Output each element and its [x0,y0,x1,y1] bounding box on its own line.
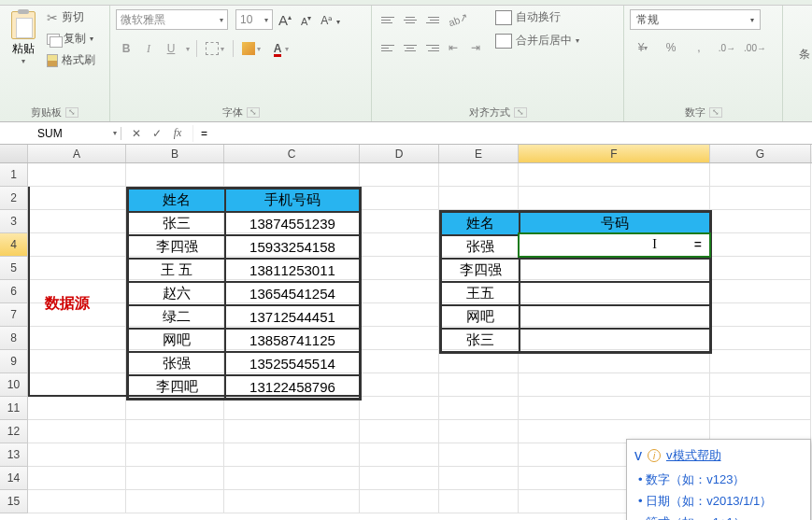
select-all-corner[interactable] [0,145,28,162]
cell-D12[interactable] [360,420,439,443]
table2-name-cell[interactable]: 李四强 [441,259,520,282]
cell-B12[interactable] [126,420,224,443]
border-button[interactable]: ▾ [201,38,229,59]
increase-font-button[interactable]: A▴ [275,9,295,31]
cell-D3[interactable] [360,210,439,233]
row-header[interactable]: 9 [0,350,28,373]
table2-name-cell[interactable]: 网吧 [441,305,520,329]
cell-C12[interactable] [224,420,360,443]
cell-D7[interactable] [360,303,439,327]
cell-E12[interactable] [439,420,519,443]
cell-E13[interactable] [439,443,519,467]
cell-A2[interactable] [28,187,126,210]
merge-center-button[interactable]: 合并后居中▾ [495,33,579,49]
table1-phone-cell[interactable]: 13122458796 [225,375,360,399]
col-header-A[interactable]: A [28,145,126,162]
cell-F2[interactable] [519,187,710,210]
cell-D2[interactable] [360,187,439,210]
cell-C1[interactable] [224,163,360,187]
col-header-E[interactable]: E [439,145,519,162]
cut-button[interactable]: ✂剪切 [47,9,95,25]
col-header-D[interactable]: D [360,145,439,162]
table1-phone-cell[interactable]: 13874551239 [225,212,360,235]
tooltip-item[interactable]: 数字（如：v123） [634,471,803,488]
align-middle-button[interactable] [400,9,420,30]
cell-G6[interactable] [710,280,811,303]
comma-button[interactable]: , [686,37,712,58]
table2-phone-cell[interactable] [520,282,710,305]
currency-button[interactable]: ¥▾ [630,37,656,58]
col-header-F[interactable]: F [519,145,710,162]
name-box[interactable]: SUM▾ [0,127,121,140]
row-header[interactable]: 11 [0,397,28,420]
cell-E10[interactable] [439,373,519,397]
increase-decimal-button[interactable]: .0→ [714,37,740,58]
cell-D8[interactable] [360,327,439,350]
percent-button[interactable]: % [658,37,684,58]
font-color-button[interactable]: A▾ [267,38,295,59]
bold-button[interactable]: B [116,38,136,59]
cell-E11[interactable] [439,397,519,420]
cell-E14[interactable] [439,467,519,490]
cell-F1[interactable] [519,163,710,187]
row-header[interactable]: 3 [0,210,28,233]
table2-name-cell[interactable]: 王五 [441,282,520,305]
row-header[interactable]: 15 [0,490,28,513]
cell-D13[interactable] [360,443,439,467]
cell-G8[interactable] [710,327,811,350]
expand-icon[interactable]: ⤡ [65,107,78,118]
cell-D11[interactable] [360,397,439,420]
cell-D4[interactable] [360,233,439,257]
cell-A4[interactable] [28,233,126,257]
cell-G1[interactable] [710,163,811,187]
orientation-button[interactable]: ab↗ [445,9,473,30]
align-right-button[interactable] [422,37,443,58]
cell-B1[interactable] [126,163,224,187]
cell-F10[interactable] [519,373,710,397]
cell-A11[interactable] [28,397,126,420]
cell-B13[interactable] [126,443,224,467]
align-bottom-button[interactable] [422,9,443,30]
cell-E15[interactable] [439,490,519,513]
col-header-C[interactable]: C [224,145,360,162]
cell-A10[interactable] [28,373,126,397]
cell-B15[interactable] [126,490,224,513]
row-header[interactable]: 5 [0,257,28,280]
cell-A14[interactable] [28,467,126,490]
expand-icon[interactable]: ⤡ [247,107,260,118]
cell-D14[interactable] [360,467,439,490]
copy-button[interactable]: 复制▾ [47,31,95,47]
cell-C13[interactable] [224,443,360,467]
row-header[interactable]: 10 [0,373,28,397]
paste-button[interactable]: 粘贴 ▾ [6,9,41,67]
expand-icon[interactable]: ⤡ [709,107,722,118]
formula-input[interactable]: = [193,127,812,140]
cell-G4[interactable] [710,233,811,257]
indent-dec-button[interactable]: ⇤ [445,37,465,58]
underline-dd[interactable]: ▾ [183,38,192,59]
table1-name-cell[interactable]: 网吧 [128,329,225,352]
cell-G3[interactable] [710,210,811,233]
table1-phone-cell[interactable]: 13712544451 [225,305,360,329]
cell-D10[interactable] [360,373,439,397]
table1-phone-cell[interactable]: 13654541254 [225,282,360,305]
cell-D9[interactable] [360,350,439,373]
cell-A15[interactable] [28,490,126,513]
wrap-text-button[interactable]: 自动换行 [495,9,579,25]
decrease-font-button[interactable]: A▾ [297,11,315,30]
cell-C15[interactable] [224,490,360,513]
row-header[interactable]: 14 [0,467,28,490]
cell-G7[interactable] [710,303,811,327]
tooltip-item[interactable]: 日期（如：v2013/1/1） [634,493,803,510]
confirm-formula-button[interactable]: ✓ [148,125,166,142]
cell-D1[interactable] [360,163,439,187]
cell-G11[interactable] [710,397,811,420]
cell-D15[interactable] [360,490,439,513]
expand-icon[interactable]: ⤡ [514,107,527,118]
font-size-combo[interactable]: 10▾ [235,9,273,30]
table1-name-cell[interactable]: 绿二 [128,305,225,329]
cell-F11[interactable] [519,397,710,420]
format-painter-button[interactable]: 格式刷 [47,52,95,68]
table2-phone-cell[interactable] [520,305,710,329]
cell-G10[interactable] [710,373,811,397]
